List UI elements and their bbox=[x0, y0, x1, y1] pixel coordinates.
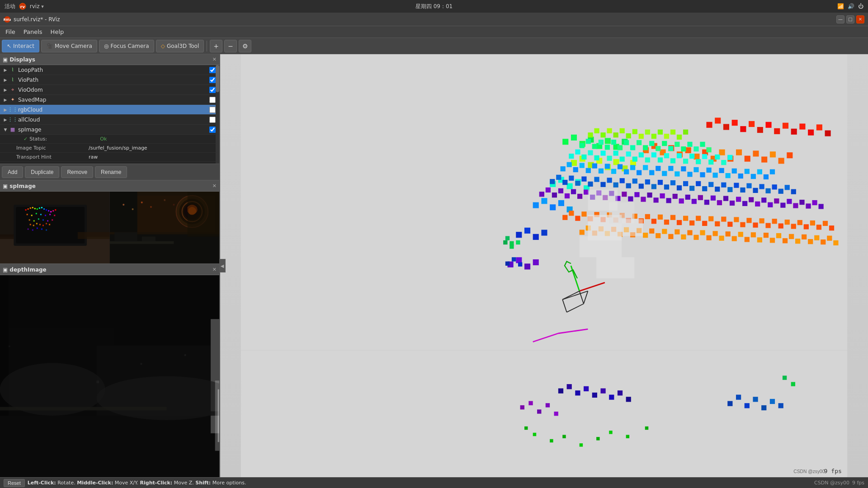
close-button[interactable]: ✕ bbox=[856, 15, 864, 23]
svg-rect-143 bbox=[778, 158, 784, 164]
rgbcloud-label: rgbCloud bbox=[18, 107, 209, 113]
svg-rect-111 bbox=[745, 403, 750, 408]
viopath-checkbox[interactable] bbox=[209, 77, 216, 83]
svg-rect-453 bbox=[802, 235, 807, 239]
svg-rect-406 bbox=[759, 218, 764, 223]
move-camera-button[interactable]: 🎥 Move Camera bbox=[41, 40, 97, 52]
svg-rect-29 bbox=[40, 214, 42, 215]
svg-rect-389 bbox=[651, 219, 656, 224]
svg-rect-28 bbox=[36, 213, 37, 214]
expand-spimage[interactable]: ▼ bbox=[2, 126, 9, 133]
expand-viopath[interactable]: ▶ bbox=[2, 76, 9, 84]
svg-rect-27 bbox=[31, 215, 33, 216]
svg-rect-89 bbox=[9, 345, 10, 347]
goal3d-button[interactable]: ◇ Goal3D Tool bbox=[156, 40, 204, 52]
display-item-allcloud[interactable]: ▶ ⋮⋮ allCloud bbox=[0, 115, 219, 125]
menu-help[interactable]: Help bbox=[47, 27, 68, 37]
svg-rect-61 bbox=[110, 241, 174, 244]
svg-rect-182 bbox=[541, 198, 547, 204]
svg-point-68 bbox=[141, 202, 142, 203]
vioodom-checkbox[interactable] bbox=[209, 87, 216, 93]
svg-rect-106 bbox=[537, 409, 541, 413]
system-time: 星期四 09：01 bbox=[415, 3, 453, 10]
svg-rect-329 bbox=[791, 189, 796, 194]
looppath-checkbox[interactable] bbox=[209, 67, 216, 73]
svg-rect-301 bbox=[613, 183, 618, 188]
interact-button[interactable]: ↖ Interact bbox=[2, 40, 39, 52]
svg-rect-147 bbox=[723, 124, 729, 130]
display-item-savedmap[interactable]: ▶ ✦ SavedMap bbox=[0, 95, 219, 105]
rgbcloud-checkbox[interactable] bbox=[209, 107, 216, 113]
expand-vioodom[interactable]: ▶ bbox=[2, 86, 9, 94]
displays-close-icon[interactable]: ✕ bbox=[212, 56, 217, 62]
duplicate-display-button[interactable]: Duplicate bbox=[25, 166, 59, 178]
svg-rect-344 bbox=[628, 196, 633, 201]
remove-icon-button[interactable]: − bbox=[224, 40, 237, 52]
middle-click-label: Middle-Click: bbox=[77, 480, 113, 486]
svg-rect-126 bbox=[626, 397, 631, 402]
svg-rect-434 bbox=[681, 235, 686, 239]
svg-rect-23 bbox=[50, 211, 52, 212]
savedmap-checkbox[interactable] bbox=[209, 97, 216, 103]
savedmap-label: SavedMap bbox=[18, 97, 209, 103]
remove-display-button[interactable]: Remove bbox=[61, 166, 93, 178]
svg-rect-232 bbox=[575, 150, 580, 155]
focus-camera-button[interactable]: ◎ Focus Camera bbox=[99, 40, 154, 52]
left-click-label: Left-Click: bbox=[28, 480, 56, 486]
hide-panel-button[interactable]: ◀ bbox=[219, 259, 226, 272]
displays-scrollbar[interactable] bbox=[216, 65, 219, 164]
displays-scrollbar-thumb[interactable] bbox=[216, 65, 219, 92]
svg-rect-343 bbox=[622, 192, 627, 197]
svg-rect-133 bbox=[693, 154, 699, 160]
svg-rect-17 bbox=[37, 208, 38, 210]
looppath-icon: ⌇ bbox=[9, 66, 16, 74]
svg-rect-367 bbox=[774, 198, 779, 203]
spimage-checkbox[interactable] bbox=[209, 127, 216, 133]
depth-panel: ▣ depthImage ✕ bbox=[0, 264, 219, 477]
menu-file[interactable]: File bbox=[2, 27, 19, 37]
svg-rect-269 bbox=[637, 170, 642, 175]
display-item-rgbcloud[interactable]: ▶ ⋮⋮ rgbCloud bbox=[0, 105, 219, 115]
menu-panels[interactable]: Panels bbox=[20, 27, 46, 37]
activity-label: 活动 bbox=[5, 3, 15, 10]
allcloud-checkbox[interactable] bbox=[209, 117, 216, 123]
svg-rect-236 bbox=[600, 150, 605, 155]
sp-image-close-icon[interactable]: ✕ bbox=[212, 183, 217, 189]
3d-view[interactable]: 9 fps CSDN @zsy00 bbox=[220, 54, 868, 477]
volume-icon: 🔊 bbox=[848, 3, 854, 9]
svg-rect-202 bbox=[639, 134, 644, 139]
right-click-desc: Move Z. bbox=[174, 480, 196, 486]
add-display-button[interactable]: Add bbox=[2, 166, 23, 178]
spimage-topic-value[interactable]: /surfel_fusion/sp_image bbox=[89, 145, 217, 151]
svg-rect-224 bbox=[668, 146, 673, 151]
svg-rect-324 bbox=[759, 184, 764, 189]
spimage-transport-value[interactable]: raw bbox=[89, 154, 217, 160]
minimize-button[interactable]: — bbox=[836, 15, 844, 23]
svg-rect-194 bbox=[588, 132, 593, 137]
settings-icon-button[interactable]: ⚙ bbox=[239, 40, 251, 52]
svg-rect-230 bbox=[706, 147, 711, 152]
display-item-spimage[interactable]: ▼ ▦ spImage bbox=[0, 125, 219, 135]
svg-rect-304 bbox=[632, 178, 637, 183]
svg-rect-274 bbox=[668, 166, 673, 171]
depth-panel-close-icon[interactable]: ✕ bbox=[212, 267, 217, 272]
expand-savedmap[interactable]: ▶ bbox=[2, 96, 9, 103]
svg-rect-393 bbox=[677, 220, 682, 225]
svg-rect-404 bbox=[746, 218, 751, 223]
spimage-queue-value[interactable]: 2 bbox=[89, 163, 217, 164]
svg-rect-200 bbox=[626, 133, 631, 138]
expand-looppath[interactable]: ▶ bbox=[2, 66, 9, 74]
display-item-looppath[interactable]: ▶ ⌇ LoopPath bbox=[0, 65, 219, 75]
maximize-button[interactable]: □ bbox=[846, 15, 854, 23]
displays-panel-icon: ▣ bbox=[3, 56, 8, 63]
display-item-viopath[interactable]: ▶ ⌇ VioPath bbox=[0, 75, 219, 85]
reset-button[interactable]: Reset bbox=[4, 479, 25, 487]
svg-rect-156 bbox=[799, 124, 805, 130]
display-item-vioodom[interactable]: ▶ ⌖ VioOdom bbox=[0, 85, 219, 95]
svg-rect-214 bbox=[605, 145, 610, 150]
svg-rect-91 bbox=[141, 363, 142, 365]
svg-rect-291 bbox=[550, 179, 555, 184]
svg-rect-330 bbox=[539, 192, 544, 197]
add-icon-button[interactable]: + bbox=[210, 40, 222, 52]
rename-display-button[interactable]: Rename bbox=[95, 166, 127, 178]
